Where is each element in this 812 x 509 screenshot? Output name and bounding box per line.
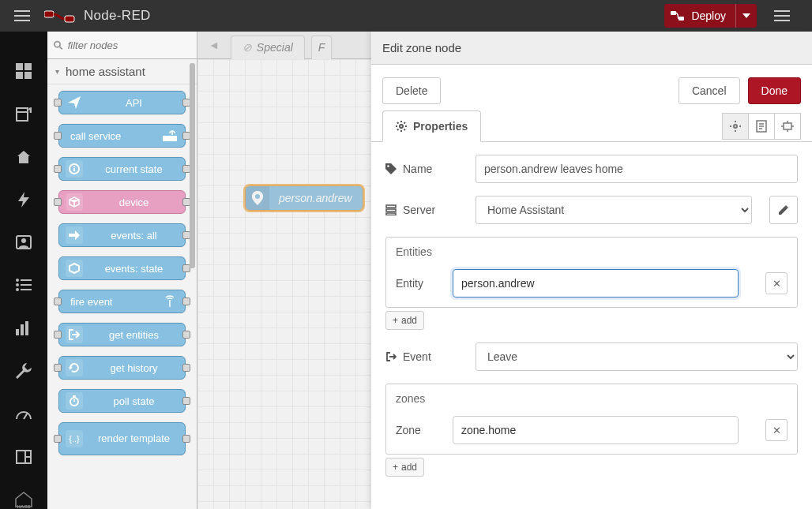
done-button[interactable]: Done: [748, 77, 801, 104]
edit-server-button[interactable]: [769, 196, 798, 224]
plus-icon: +: [393, 315, 398, 326]
remove-entity-button[interactable]: ✕: [765, 272, 788, 294]
palette-node-fire-event[interactable]: fire event: [58, 290, 186, 313]
palette-node-device[interactable]: device: [58, 190, 186, 214]
zone-input[interactable]: [453, 416, 739, 444]
node-description-button[interactable]: [748, 113, 775, 140]
rail-gauge-icon[interactable]: [0, 404, 47, 423]
app-title: Node-RED: [84, 8, 151, 24]
cancel-button[interactable]: Cancel: [679, 77, 740, 104]
node-settings-button[interactable]: [722, 113, 749, 140]
server-select[interactable]: Home Assistant: [476, 196, 752, 224]
svg-point-19: [16, 288, 19, 291]
palette-node-list: API call service current state device: [47, 84, 197, 471]
svg-rect-5: [679, 17, 684, 21]
sidebar-toggle-icon[interactable]: [14, 10, 30, 21]
zones-group: zones Zone ✕ + add: [385, 384, 798, 477]
canvas-node-zone[interactable]: person.andrew: [245, 185, 363, 211]
event-select[interactable]: Leave: [476, 342, 798, 371]
svg-rect-6: [16, 63, 23, 70]
node-appearance-button[interactable]: [774, 113, 801, 140]
palette-node-poll-state[interactable]: poll state: [58, 389, 186, 413]
deploy-button[interactable]: Deploy: [664, 4, 757, 28]
map-pin-icon: [246, 186, 269, 210]
remove-zone-button[interactable]: ✕: [765, 419, 788, 441]
rail-chart-icon[interactable]: [0, 319, 47, 338]
arrow-in-box-icon: [66, 326, 83, 343]
deploy-caret-icon[interactable]: [735, 4, 750, 28]
palette-node-api[interactable]: API: [58, 91, 186, 114]
palette-category-label: home assistant: [66, 65, 145, 78]
delete-button[interactable]: Delete: [382, 77, 441, 104]
properties-tabs: Properties: [371, 110, 812, 142]
palette-node-get-entities[interactable]: get entities: [58, 323, 186, 346]
server-icon: [385, 204, 397, 215]
name-label: Name: [403, 163, 432, 175]
rail-calendar-icon[interactable]: ?: [0, 104, 47, 123]
palette-node-events-state[interactable]: events: state: [58, 256, 186, 280]
palette-node-render-template[interactable]: {..} render template: [58, 422, 186, 455]
palette-filter-input[interactable]: [68, 39, 190, 51]
router-icon: [161, 127, 179, 144]
svg-rect-23: [25, 321, 28, 335]
svg-rect-65: [386, 209, 396, 211]
properties-tab[interactable]: Properties: [382, 110, 481, 142]
rail-person-icon[interactable]: [0, 233, 47, 252]
svg-point-63: [387, 165, 389, 167]
palette-filter[interactable]: [47, 32, 197, 59]
entity-row-label: Entity: [396, 277, 442, 290]
svg-rect-0: [44, 11, 54, 17]
node-palette: ▾ home assistant API call service curren…: [47, 32, 197, 509]
braces-icon: {..}: [66, 430, 83, 447]
edit-actions: Delete Cancel Done: [371, 65, 812, 110]
svg-line-46: [404, 129, 406, 131]
rail-automation-icon[interactable]: [0, 447, 47, 466]
zones-heading: zones: [396, 392, 788, 405]
name-input[interactable]: [476, 155, 798, 183]
tag-icon: [385, 163, 397, 174]
entities-list: Entities Entity ✕: [385, 237, 798, 308]
properties-tab-label: Properties: [413, 120, 468, 133]
palette-node-get-history[interactable]: get history: [58, 356, 186, 380]
edit-panel: Edit zone node Delete Cancel Done Proper…: [371, 32, 812, 509]
svg-text:HACS: HACS: [17, 504, 30, 508]
rail-tools-icon[interactable]: [0, 361, 47, 380]
svg-point-17: [16, 283, 19, 286]
svg-point-34: [73, 166, 75, 167]
svg-point-49: [734, 125, 737, 128]
cube-icon: [66, 193, 83, 211]
rail-dashboard-icon[interactable]: [0, 62, 47, 80]
chevron-down-icon: ▾: [55, 67, 59, 76]
history-icon: [66, 359, 83, 376]
node-red-logo-icon: [44, 8, 76, 24]
add-zone-button[interactable]: + add: [385, 458, 424, 477]
rail-energy-icon[interactable]: [0, 190, 47, 209]
svg-rect-22: [21, 324, 24, 335]
entity-input[interactable]: [453, 269, 739, 298]
palette-scrollbar[interactable]: [190, 63, 195, 268]
arrow-right-icon: [66, 226, 83, 244]
rail-list-icon[interactable]: [0, 275, 47, 294]
main-area: ? HACS: [0, 32, 812, 509]
svg-line-30: [59, 46, 62, 49]
palette-node-events-all[interactable]: events: all: [58, 223, 186, 247]
palette-node-current-state[interactable]: current state: [58, 157, 186, 181]
event-label: Event: [403, 350, 431, 363]
app-logo-area: Node-RED: [44, 8, 151, 24]
deploy-icon: [671, 10, 685, 21]
flow-tab-special[interactable]: ⊘ Special: [231, 36, 305, 59]
canvas-node-label: person.andrew: [269, 192, 362, 204]
plus-icon: +: [393, 462, 398, 473]
tabs-scroll-left-icon[interactable]: ◄: [204, 39, 224, 51]
palette-category[interactable]: ▾ home assistant: [47, 59, 197, 84]
zones-list: zones Zone ✕: [385, 384, 798, 455]
add-entity-button[interactable]: + add: [385, 311, 424, 330]
svg-line-24: [24, 413, 28, 419]
flow-tab-partial[interactable]: F: [311, 36, 333, 59]
rail-home-icon[interactable]: [0, 148, 47, 167]
palette-node-call-service[interactable]: call service: [58, 124, 186, 148]
timer-icon: [66, 392, 83, 410]
svg-point-15: [16, 279, 19, 282]
rail-hacs-icon[interactable]: HACS: [0, 490, 47, 509]
main-menu-icon[interactable]: [774, 10, 790, 21]
